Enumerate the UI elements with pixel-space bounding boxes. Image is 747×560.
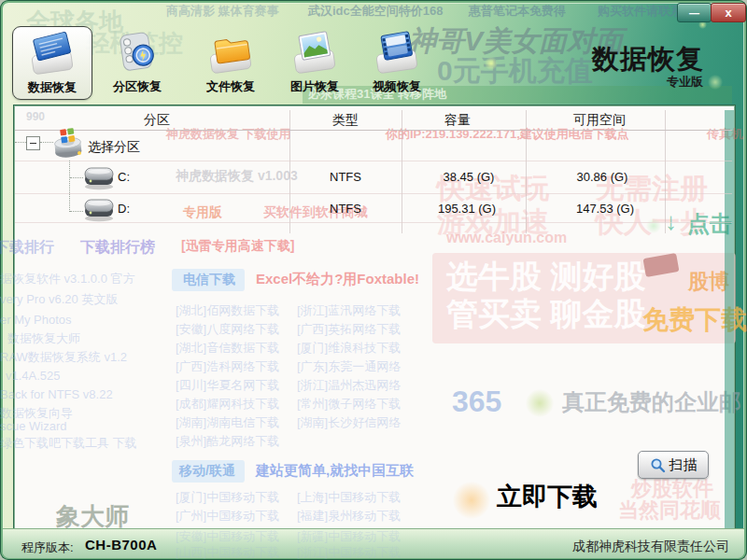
toolbar-item-label: 图片恢复 xyxy=(275,78,354,95)
ghost-glow xyxy=(485,57,498,70)
column-header-type[interactable]: 类型 xyxy=(332,112,359,129)
row-divider xyxy=(15,222,732,223)
video-recovery-icon xyxy=(371,28,423,77)
toolbar-item-label: 视频恢复 xyxy=(358,78,436,95)
minimize-icon: — xyxy=(689,7,699,19)
ghost-text: 商高清影 媒体育赛事 xyxy=(166,5,279,18)
tree-line xyxy=(40,142,53,143)
tree-line xyxy=(15,142,26,143)
ghost-text: 武汉idc全能空间特价168 xyxy=(308,5,443,18)
scan-button-label: 扫描 xyxy=(669,456,698,474)
partition-type: NTFS xyxy=(330,170,361,184)
scan-button[interactable]: 扫描 xyxy=(638,451,709,479)
close-icon: x xyxy=(725,6,731,20)
column-header-partition[interactable]: 分区 xyxy=(144,112,170,129)
partition-name: D: xyxy=(118,202,130,216)
toolbar-item-label: 数据恢复 xyxy=(13,79,92,96)
disk-windows-icon xyxy=(52,128,86,161)
version-value: CH-B700A xyxy=(85,537,157,553)
partition-name: C: xyxy=(118,170,130,184)
column-header-free-space[interactable]: 可用空间 xyxy=(573,112,626,129)
data-recovery-window: 程序版本: CH-B700A 成都神虎科技有限责任公司 全球各地轻松监控商高清影… xyxy=(0,0,747,560)
version-label: 程序版本: xyxy=(21,539,74,556)
ghost-glow xyxy=(708,75,723,90)
partition-free-space: 147.53 (G) xyxy=(576,202,634,216)
minus-icon xyxy=(30,143,36,144)
data-recovery-icon xyxy=(26,29,78,77)
partition-recovery-icon xyxy=(111,28,163,77)
toolbar-item-label: 分区恢复 xyxy=(98,78,176,95)
toolbar-item-video-recovery[interactable]: 视频恢复 xyxy=(358,26,436,98)
tree-collapse-toggle[interactable] xyxy=(26,136,40,150)
drive-icon xyxy=(82,196,116,222)
file-recovery-icon xyxy=(204,28,257,77)
close-button[interactable]: x xyxy=(711,3,746,22)
partition-free-space: 30.86 (G) xyxy=(577,170,628,184)
toolbar-item-file-recovery[interactable]: 文件恢复 xyxy=(191,26,270,98)
toolbar-item-label: 文件恢复 xyxy=(191,78,270,95)
status-bar: 程序版本: CH-B700A 成都神虎科技有限责任公司 xyxy=(3,528,744,558)
tree-root-label[interactable]: 选择分区 xyxy=(88,139,140,156)
company-name: 成都神虎科技有限责任公司 xyxy=(572,539,729,555)
picture-recovery-icon xyxy=(289,28,341,77)
app-title: 数据恢复 xyxy=(592,41,704,78)
toolbar-item-data-recovery[interactable]: 数据恢复 xyxy=(12,26,92,100)
ghost-text: 0元手机充值 xyxy=(437,56,593,86)
partition-capacity: 38.45 (G) xyxy=(444,170,495,184)
drive-icon xyxy=(82,164,116,190)
minimize-button[interactable]: — xyxy=(677,3,712,22)
partition-type: NTFS xyxy=(330,202,361,216)
toolbar-item-partition-recovery[interactable]: 分区恢复 xyxy=(98,26,176,98)
column-header-capacity[interactable]: 容量 xyxy=(444,112,471,129)
magnifier-icon xyxy=(650,457,666,473)
app-edition: 专业版 xyxy=(667,74,703,91)
ghost-text: 购买软件请联系 xyxy=(598,5,683,18)
toolbar-item-picture-recovery[interactable]: 图片恢复 xyxy=(275,26,354,98)
ghost-text: 惠普笔记本免费得 xyxy=(469,5,566,18)
partition-capacity: 195.31 (G) xyxy=(438,202,496,216)
ghost-text: 神哥V美女面对面 xyxy=(408,26,623,56)
